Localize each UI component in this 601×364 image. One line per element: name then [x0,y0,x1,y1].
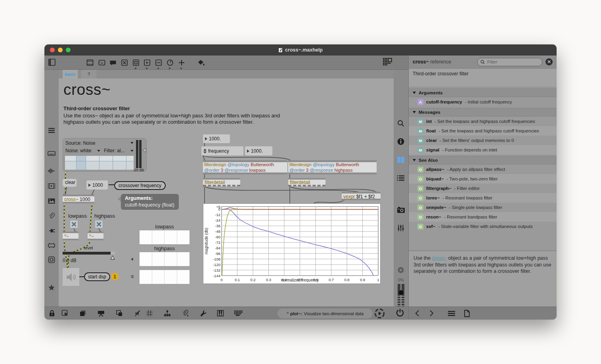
message-row[interactable]: M int - Set the lowpass and highpass cut… [409,117,557,126]
chevron-left-icon[interactable] [413,309,421,318]
console-list-icon[interactable] [396,174,405,182]
buffer-icon[interactable] [47,255,56,264]
multiply-signal-box[interactable]: *~ [63,232,78,240]
filter-search-box[interactable] [477,58,542,66]
menu-icon[interactable] [447,309,456,318]
object-palette-grid-icon[interactable] [382,57,393,67]
dial-icon[interactable] [166,58,174,67]
paint-bucket-icon[interactable] [196,58,205,67]
parameters-mixer-icon[interactable] [396,224,405,232]
noise-type-menu[interactable]: Noise: white [65,148,100,154]
lock-icon[interactable] [48,309,56,318]
playbar-icon[interactable] [143,58,151,67]
clear-message-box[interactable]: clear [63,179,77,187]
filterdesign-highpass-box[interactable]: filterdesign @topology Butterworth @orde… [288,160,377,174]
ezdac-speaker-button[interactable] [63,268,79,286]
float-number-box-top[interactable]: 1000. [203,134,230,143]
number-box-icon[interactable] [154,58,163,67]
filter-search-input[interactable] [486,59,528,65]
toggle-icon[interactable] [120,58,129,67]
tab-help[interactable]: ? [81,70,96,79]
filter-menu[interactable]: Filter: al... [104,148,134,154]
stepper-icon [203,149,207,153]
comment-icon[interactable] [109,58,117,67]
section-see-also[interactable]: See Also [409,156,557,165]
see-also-row[interactable]: O svf~ - State-variable filter with simu… [409,222,557,231]
hierarchy-icon[interactable] [163,309,172,318]
meter-bar [136,140,138,168]
filterdetail-box[interactable]: filterdetail [203,178,240,186]
close-icon[interactable]: ✕ [545,58,553,65]
duplicate-icon[interactable] [115,309,124,318]
selection-tool-icon[interactable] [61,309,69,318]
equals-comment: = [131,274,134,280]
filterdesign-lowpass-box[interactable]: filterdesign @topology Butterworth @orde… [203,160,287,174]
audio-waveform-icon[interactable] [47,167,56,175]
highpass-toggle[interactable] [95,220,103,228]
tools-wrench-icon[interactable] [199,309,208,318]
snapshot-camera-icon[interactable] [396,205,405,214]
message-row[interactable]: M clear - Set the filters' output memori… [409,136,557,145]
svg-text:0.2: 0.2 [250,278,255,282]
tab-basic[interactable]: basic [63,70,78,79]
menu-icon[interactable] [47,126,56,135]
device-icon[interactable] [47,241,56,250]
presentation-icon[interactable] [97,309,105,318]
audio-mute-icon[interactable] [133,309,142,318]
frequency-param-box[interactable]: frequency [201,146,243,155]
info-icon[interactable] [396,137,405,146]
cross-reference-link[interactable]: cross~ [432,255,447,261]
chevron-down-icon[interactable] [134,68,137,69]
search-icon[interactable] [396,119,405,128]
chevron-down-icon[interactable] [168,68,171,69]
star-icon[interactable] [47,283,56,292]
sidebar-toggle-icon[interactable] [48,58,56,67]
chevron-down-icon[interactable] [157,68,159,69]
add-object-icon[interactable] [177,58,186,67]
chevron-down-icon[interactable] [180,68,182,69]
see-also-row[interactable]: O allpass~ - Apply an allpass filter eff… [409,165,557,174]
filtergraph-display[interactable] [65,156,134,170]
button-icon[interactable] [132,58,140,67]
multiply-signal-box[interactable]: *~ [88,232,103,240]
document-icon[interactable] [463,309,471,318]
image-icon[interactable] [47,197,56,205]
grid-icon[interactable] [145,309,154,318]
plug-icon[interactable] [47,226,56,235]
see-also-row[interactable]: O filtergraph~ - Filter editor [409,184,557,193]
message-row[interactable]: M signal - Function depends on inlet [409,145,557,155]
lowpass-toggle[interactable] [70,220,78,228]
argument-tooltip: Arguments: cutoff-frequency (float) [121,194,179,210]
section-arguments[interactable]: Arguments [409,88,557,97]
video-playlist-icon[interactable] [47,182,56,190]
see-also-row[interactable]: O reson~ - Resonant bandpass filter [409,212,557,222]
attach-file-icon[interactable] [181,309,190,318]
section-messages[interactable]: Messages [409,108,557,117]
audio-on-icon[interactable] [374,308,385,319]
power-icon[interactable] [396,308,404,317]
vexpr-box[interactable]: vexpr $f1 + $f2 [342,192,381,200]
record-icon[interactable] [396,266,405,274]
svg-text:0: 0 [220,278,222,282]
see-also-row[interactable]: O onepole~ - Single-pole lowpass filter [409,203,557,212]
argument-row[interactable]: A cutoff-frequency - Initial cutoff freq… [409,97,557,107]
chevron-down-icon[interactable] [145,68,148,69]
filterdetail-box[interactable]: filterdetail [288,178,325,186]
piano-keys-icon[interactable] [216,309,225,318]
paperclip-icon[interactable] [47,212,56,220]
crossover-number-box[interactable]: 1000 [86,180,108,190]
source-menu[interactable]: Source: Noise [65,140,134,146]
float-number-box-mid[interactable]: 1000. [245,146,272,155]
see-also-row[interactable]: O biquad~ - Two-pole, two-zero filter [409,174,557,184]
keyboard-matrix-icon[interactable] [234,309,243,318]
chevron-right-icon[interactable] [427,309,436,318]
cross-object-box[interactable]: cross~ 1000 [63,195,94,203]
reference-sidebar-icon[interactable] [396,155,405,164]
message-box-icon[interactable]: m [98,58,106,67]
console-icon[interactable] [47,149,56,158]
message-row[interactable]: M float - Set the lowpass and highpass c… [409,126,557,136]
gain-slider-knob[interactable] [142,148,146,153]
see-also-row[interactable]: O lores~ - Resonant lowpass filter [409,193,557,203]
layers-icon[interactable] [78,309,87,318]
object-box-icon[interactable] [86,58,94,67]
